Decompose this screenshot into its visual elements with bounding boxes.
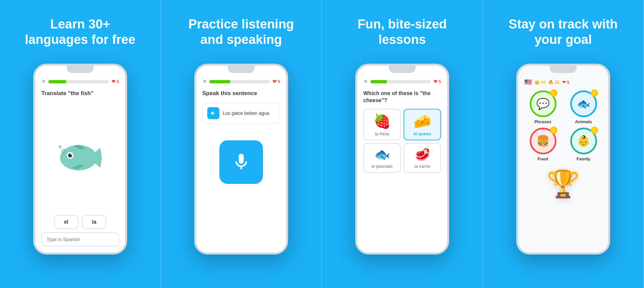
track-header: 🇺🇸 👑 94 🔥 21 ❤ 5 [524,78,602,86]
fresa-label: la fresa [375,131,389,136]
heart-icon-3: ❤ [433,79,438,85]
category-circle-phrases: 💬 ⭐ [530,90,556,117]
fire-count: 21 [554,80,559,85]
crown-count: 94 [541,80,545,85]
word-btn-el[interactable]: el [54,215,78,229]
phone-header-1: ✕ ❤ 5 [41,78,119,85]
panel-stay-on-track: Stay on track with your goal 🇺🇸 👑 94 🔥 2… [483,0,644,288]
category-family[interactable]: 👶 ⭐ Family [565,128,602,161]
progress-bar-bg-2 [209,80,270,83]
progress-bar-bg-3 [370,80,431,83]
trophy-icon: 🏆 [546,168,580,200]
phone-screen-1: ✕ ❤ 5 Translate "the fish" [35,66,125,253]
heart-icon-2: ❤ [272,79,277,85]
close-icon-1[interactable]: ✕ [41,78,46,85]
phone-screen-4: 🇺🇸 👑 94 🔥 21 ❤ 5 💬 ⭐ [518,66,608,253]
svg-point-3 [70,154,72,155]
phone-mockup-1: ✕ ❤ 5 Translate "the fish" [33,64,127,255]
fish-svg [53,139,107,176]
fish-illustration [41,103,119,212]
food-icon: 🍔 [536,135,550,147]
close-icon-2[interactable]: ✕ [202,78,207,85]
phone-header-2: ✕ ❤ 5 [202,78,280,85]
panel-listening-speaking: Practice listening and speaking ✕ ❤ 5 Sp… [161,0,322,288]
family-icon: 👶 [577,135,590,147]
carne-emoji: 🥩 [415,147,430,162]
crown-stat: 👑 94 [534,80,545,85]
phone-screen-3: ✕ ❤ 5 Which one of these is "the cheese"… [357,66,447,253]
option-fresa[interactable]: 🍓 la fresa [363,109,401,140]
close-icon-3[interactable]: ✕ [363,78,368,85]
category-circle-family: 👶 ⭐ [570,128,597,154]
progress-bar-fill-1 [48,80,66,83]
crown-badge-food: ⭐ [550,127,557,134]
phrases-label: Phrases [534,119,551,124]
progress-bar-bg-1 [48,80,109,83]
phrases-icon: 💬 [536,97,550,110]
phone-mockup-3: ✕ ❤ 5 Which one of these is "the cheese"… [355,64,449,255]
crown-badge-phrases: ⭐ [550,89,557,97]
flag-icon: 🇺🇸 [524,78,532,86]
hearts-display-3: ❤ 5 [433,79,441,85]
panel4-title: Stay on track with your goal [508,17,618,50]
crown-badge-animals: ⭐ [591,89,598,97]
options-grid: 🍓 la fresa 🧀 el queso 🐟 el pescado 🥩 la … [363,109,441,173]
progress-bar-fill-2 [209,80,230,83]
heart-icon-1: ❤ [111,79,116,85]
queso-label: el queso [414,131,431,136]
trophy-area: 🏆 [524,168,602,200]
queso-emoji: 🧀 [414,113,431,129]
option-carne[interactable]: 🥩 la carne [404,143,441,173]
pescado-emoji: 🐟 [374,147,390,162]
progress-bar-fill-3 [370,80,387,83]
panel-bite-sized-lessons: Fun, bite-sized lessons ✕ ❤ 5 Which one … [322,0,483,288]
word-buttons-container: el la [41,215,119,229]
category-animals[interactable]: 🐟 ⭐ Animals [565,90,602,124]
hearts-display-1: ❤ 5 [111,79,119,85]
microphone-button[interactable] [219,140,263,184]
word-btn-la[interactable]: la [82,215,106,229]
family-label: Family [577,156,590,161]
phone-notch-1 [67,66,94,73]
hearts-display-2: ❤ 5 [272,79,280,85]
phone-notch-4 [550,66,577,73]
hearts-count-2: 5 [278,79,280,84]
speaker-icon [210,110,216,116]
animals-label: Animals [575,119,592,124]
fresa-emoji: 🍓 [373,113,391,129]
animals-icon: 🐟 [577,97,590,110]
option-pescado[interactable]: 🐟 el pescado [363,143,401,173]
hearts-count-4: 5 [567,80,569,85]
sentence-box: Los gatos beben agua [202,103,280,124]
sentence-text: Los gatos beben agua [223,111,269,116]
panel1-title: Learn 30+ languages for free [25,17,135,50]
translate-question: Translate "the fish" [41,90,119,97]
phone-header-3: ✕ ❤ 5 [363,78,441,85]
category-circle-animals: 🐟 ⭐ [570,90,597,117]
category-phrases[interactable]: 💬 ⭐ Phrases [524,90,561,124]
hearts-stat: ❤ 5 [562,80,569,85]
fire-icon: 🔥 [548,80,553,85]
phone-notch-3 [389,66,416,73]
heart-stat-icon: ❤ [562,80,566,85]
option-queso[interactable]: 🧀 el queso [404,109,441,140]
microphone-icon [231,152,251,172]
panel-learn-languages: Learn 30+ languages for free ✕ ❤ 5 Trans… [0,0,161,288]
fire-stat: 🔥 21 [548,80,559,85]
speaker-button[interactable] [207,107,219,119]
categories-grid: 💬 ⭐ Phrases 🐟 ⭐ Animals 🍔 ⭐ [524,90,602,161]
phone-notch-2 [228,66,255,73]
svg-point-5 [59,146,61,148]
panel2-title: Practice listening and speaking [189,17,294,50]
speak-question: Speak this sentence [202,90,280,97]
cheese-question: Which one of these is "the cheese"? [363,90,441,104]
carne-label: la carne [415,164,430,169]
crown-icon: 👑 [534,80,540,85]
category-circle-food: 🍔 ⭐ [530,128,556,154]
panel3-title: Fun, bite-sized lessons [358,17,447,50]
crown-badge-family: ⭐ [591,127,598,134]
food-label: Food [538,156,548,161]
phone-mockup-2: ✕ ❤ 5 Speak this sentence Los gatos bebe… [194,64,288,255]
type-spanish-input[interactable] [41,232,119,246]
category-food[interactable]: 🍔 ⭐ Food [524,128,561,161]
